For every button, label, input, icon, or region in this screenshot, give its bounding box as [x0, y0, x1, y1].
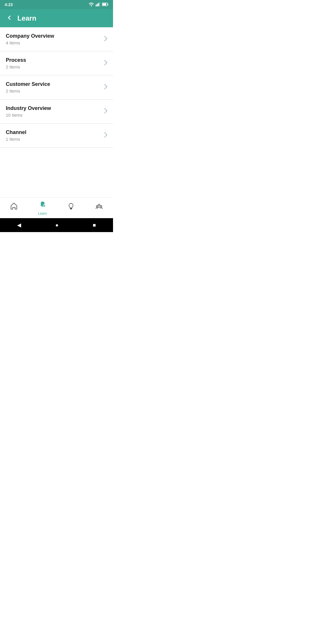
list-item[interactable]: Customer Service 2 Items	[0, 75, 113, 100]
list-item-text: Channel 1 Items	[6, 129, 26, 142]
nav-item-home[interactable]	[5, 200, 23, 215]
list-item-subtitle: 4 Items	[6, 40, 54, 45]
nav-item-learn[interactable]: Learn	[33, 198, 52, 217]
list-item-text: Customer Service 2 Items	[6, 81, 50, 93]
svg-rect-2	[97, 4, 98, 6]
svg-rect-3	[98, 3, 99, 6]
svg-rect-7	[103, 3, 106, 5]
learn-list: Company Overview 4 Items Process 2 Items…	[0, 27, 113, 148]
status-bar: 4:23	[0, 0, 113, 9]
status-time: 4:23	[5, 2, 13, 7]
chevron-right-icon	[104, 108, 107, 115]
list-item-title: Customer Service	[6, 81, 50, 87]
list-item-text: Company Overview 4 Items	[6, 33, 54, 45]
home-icon	[10, 202, 18, 212]
back-button[interactable]	[6, 14, 13, 22]
list-item-subtitle: 10 Items	[6, 113, 51, 117]
bottom-nav: Learn	[0, 197, 113, 218]
nav-item-community[interactable]	[90, 200, 108, 215]
list-item-subtitle: 2 Items	[6, 88, 50, 93]
list-item-title: Process	[6, 57, 26, 63]
svg-rect-6	[108, 3, 108, 5]
chevron-right-icon	[104, 132, 107, 139]
list-item-text: Process 2 Items	[6, 57, 26, 69]
nav-label-learn: Learn	[38, 211, 47, 216]
wifi-icon	[89, 2, 94, 7]
svg-point-12	[98, 204, 100, 206]
community-icon	[95, 202, 103, 212]
nav-item-ideas[interactable]	[62, 200, 80, 215]
bulb-icon	[67, 202, 75, 212]
chevron-right-icon	[104, 60, 107, 67]
list-item[interactable]: Process 2 Items	[0, 51, 113, 75]
list-item[interactable]: Company Overview 4 Items	[0, 27, 113, 51]
svg-rect-1	[96, 5, 97, 6]
chevron-right-icon	[104, 84, 107, 91]
svg-point-0	[91, 5, 92, 6]
list-item-title: Company Overview	[6, 33, 54, 39]
svg-point-14	[100, 206, 102, 207]
battery-icon	[102, 3, 108, 7]
brain-gear-icon	[39, 200, 47, 210]
android-home-button[interactable]: ●	[55, 222, 59, 228]
android-back-button[interactable]: ◀	[17, 222, 21, 228]
page-title: Learn	[17, 14, 36, 22]
list-item-text: Industry Overview 10 Items	[6, 105, 51, 117]
svg-rect-4	[99, 2, 100, 6]
list-item-title: Industry Overview	[6, 105, 51, 111]
android-recent-button[interactable]: ■	[93, 222, 96, 228]
list-item-subtitle: 2 Items	[6, 64, 26, 69]
list-item[interactable]: Channel 1 Items	[0, 124, 113, 148]
status-bar-right	[89, 2, 108, 7]
list-item[interactable]: Industry Overview 10 Items	[0, 100, 113, 124]
svg-point-13	[96, 206, 98, 207]
status-bar-left: 4:23	[5, 2, 13, 7]
chevron-right-icon	[104, 36, 107, 43]
list-item-title: Channel	[6, 129, 26, 135]
android-nav-bar: ◀ ● ■	[0, 218, 113, 232]
header: Learn	[0, 9, 113, 27]
list-item-subtitle: 1 Items	[6, 137, 26, 142]
signal-icon	[96, 2, 100, 7]
